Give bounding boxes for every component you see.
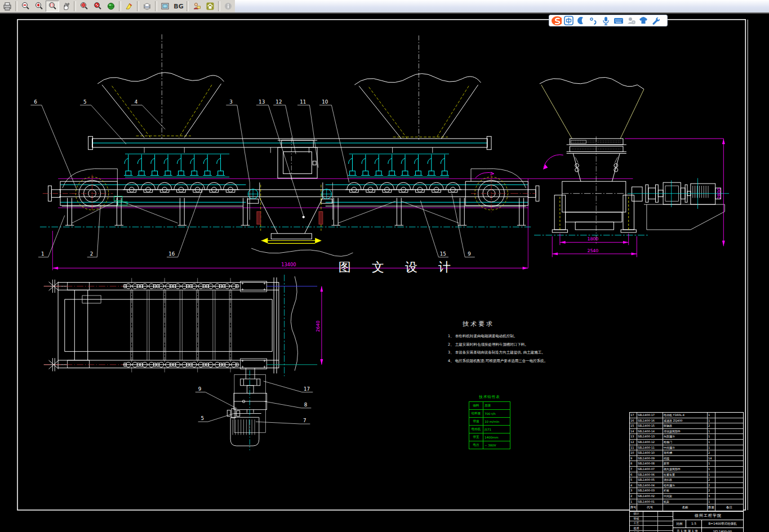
- image-frame-button[interactable]: [158, 1, 172, 12]
- bom-row: 13SEL1400-13头部漏斗1: [630, 434, 743, 440]
- ime-toolbar: [549, 15, 668, 26]
- bom-cell-no: 16: [630, 418, 637, 423]
- aerial-view-icon: [106, 2, 115, 11]
- print-button[interactable]: [1, 1, 14, 12]
- bom-row: 9SEL1400-09托辊14: [630, 456, 743, 462]
- zoom-in-button[interactable]: [32, 1, 46, 12]
- scale-label: 比例: [673, 520, 686, 527]
- bom-cell-code: SEL1400-03: [637, 488, 663, 493]
- pan-hand-icon: [61, 2, 70, 11]
- bom-cell-note: [715, 477, 743, 482]
- toolbar-icon-group: BG: [0, 0, 235, 12]
- feed-hopper-right: [354, 35, 481, 140]
- zoom-extents-icon: [79, 2, 88, 11]
- bom-row: 3SEL1400-03栏板2: [630, 488, 743, 494]
- toolbar-separator: [155, 1, 157, 11]
- punctuation-icon: [589, 16, 598, 25]
- toolbar-separator: [15, 1, 17, 11]
- bom-cell-no: 8: [630, 461, 637, 466]
- image-frame-icon: [161, 2, 170, 11]
- bom-cell-qty: 1: [708, 499, 715, 504]
- bom-cell-code: SEL1400-14: [637, 429, 663, 434]
- svg-text:13400: 13400: [281, 262, 296, 267]
- bom-cell-code: SEL1400-13: [637, 434, 663, 439]
- settings-button[interactable]: [650, 16, 661, 25]
- title-block-right: 徐州工程学院 比例 1:5 B=1400带式给煤机 共 1 张 第 1 张 SE…: [673, 512, 743, 532]
- skirt-board-rail: [88, 136, 491, 153]
- bom-cell-name: 胶带: [663, 461, 708, 466]
- sign-blank: [643, 521, 658, 525]
- end-view: 2800 1800 2540: [534, 77, 729, 257]
- svg-text:15: 15: [440, 251, 446, 257]
- scale-row: 比例 1:5 B=1400带式给煤机: [673, 520, 743, 528]
- pan-button[interactable]: [59, 1, 73, 12]
- spec-row: 物料原煤: [469, 402, 510, 409]
- spec-label: 电压: [469, 441, 483, 449]
- bom-cell-no: 7: [630, 467, 637, 472]
- bom-cell-code: SEL1400-06: [637, 472, 663, 477]
- user-help-button[interactable]: [190, 1, 203, 12]
- transition-chute: [573, 154, 620, 182]
- login-button[interactable]: [625, 16, 636, 25]
- spec-value: ~ 380V: [483, 441, 510, 449]
- zoom-window-icon: [48, 2, 57, 11]
- technical-requirement-item: 3、 本设备安装基础由设备制造方向土建提供, 由土建施工。: [448, 348, 566, 357]
- quick-plot-button[interactable]: [122, 1, 136, 12]
- scale-value: 1:5: [686, 520, 702, 527]
- chinese-mode-button[interactable]: [563, 16, 574, 25]
- bom-cell-name: 中间架: [663, 494, 708, 499]
- bom-cell-qty: 1: [708, 472, 715, 477]
- zoom-out-button[interactable]: [19, 1, 32, 12]
- bom-cell-no: 4: [630, 483, 637, 488]
- signature-row: 设计: [630, 512, 673, 516]
- signature-rows: 设计审核工艺批准主管: [630, 512, 673, 532]
- shape-mode-button[interactable]: [576, 16, 586, 25]
- info-button[interactable]: [221, 1, 235, 12]
- svg-text:6: 6: [34, 99, 37, 105]
- watermark-text: 图 文 设 计: [339, 259, 459, 276]
- zoom-window-button[interactable]: [46, 1, 59, 12]
- svg-text:12: 12: [275, 99, 282, 105]
- login-user-icon: [626, 16, 635, 25]
- zoom-previous-button[interactable]: [91, 1, 104, 12]
- svg-text:5: 5: [83, 99, 87, 105]
- sign-blank: [658, 517, 673, 521]
- bom-cell-no: 5: [630, 477, 637, 482]
- layers-button[interactable]: [140, 1, 154, 12]
- bg-toggle-button[interactable]: BG: [172, 1, 185, 12]
- svg-text:10: 10: [322, 99, 328, 105]
- machine-body: [562, 181, 626, 230]
- sign-blank: [658, 526, 673, 530]
- zoom-extents-button[interactable]: [77, 1, 91, 12]
- technical-requirement-item: 4、 电控系统随机配套,可根据用户要求选用三合一电控系统。: [448, 357, 566, 365]
- skin-button[interactable]: [638, 16, 648, 25]
- bom-cell-name: 改向滚筒部件: [663, 467, 708, 472]
- bom-cell-name: 减速器 ZQ400: [663, 418, 708, 423]
- sign-blank: [643, 526, 658, 530]
- zoom-previous-icon: [93, 2, 102, 11]
- spec-row: 电动机JS71: [469, 425, 510, 433]
- soft-keyboard-button[interactable]: [613, 16, 624, 25]
- bom-cell-note: [715, 499, 743, 504]
- bom-row: 7SEL1400-07改向滚筒部件1: [630, 467, 743, 472]
- svg-text:2: 2: [90, 251, 94, 257]
- home-button[interactable]: [203, 1, 217, 12]
- sign-label: 工艺: [630, 521, 643, 525]
- punctuation-button[interactable]: [588, 16, 599, 25]
- bom-row: 6SEL1400-06拉紧装置1: [630, 472, 743, 478]
- aerial-view-button[interactable]: [104, 1, 118, 12]
- bom-cell-code: SEL1400-09: [637, 456, 663, 461]
- zoom-out-icon: [21, 2, 30, 11]
- svg-text:1: 1: [41, 251, 45, 257]
- voice-input-button[interactable]: [601, 16, 611, 25]
- spec-label: 带宽: [469, 433, 483, 441]
- info-icon: [224, 2, 233, 11]
- head-pulley-assembly: [465, 169, 539, 212]
- bom-cell-name: 托辊: [663, 456, 708, 461]
- svg-text:2640: 2640: [315, 321, 321, 332]
- sogou-logo-button[interactable]: [551, 16, 562, 25]
- bom-cell-code: SEL1400-02: [637, 494, 663, 499]
- bom-row: 14SEL1400-14传动滚筒部件1: [630, 429, 743, 435]
- title-block: 17SEL1400-17电动机 Y160L-4116SEL1400-16减速器 …: [629, 412, 744, 532]
- spec-label: 给料量: [469, 410, 483, 417]
